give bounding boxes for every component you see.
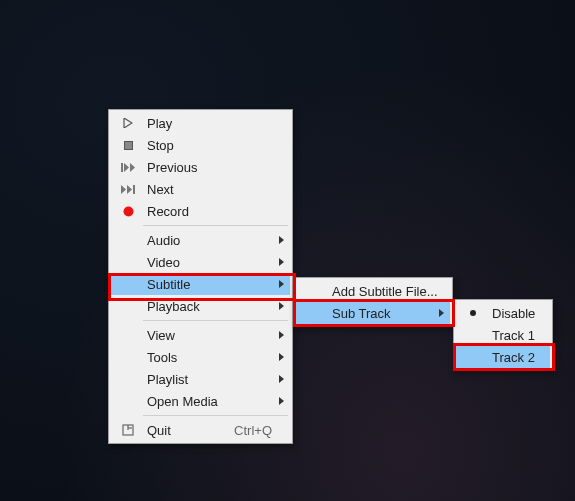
menu-item-label: Audio: [141, 233, 272, 248]
menu-item-subtitle[interactable]: Subtitle: [111, 273, 290, 295]
menu-item-next[interactable]: Next: [111, 178, 290, 200]
svg-rect-2: [121, 163, 123, 172]
menu-item-label: Disable: [486, 306, 535, 321]
menu-item-label: Tools: [141, 350, 272, 365]
menu-item-view[interactable]: View: [111, 324, 290, 346]
shortcut-label: Ctrl+Q: [210, 423, 272, 438]
svg-rect-1: [124, 141, 132, 149]
record-icon: [115, 206, 141, 217]
menu-item-open-media[interactable]: Open Media: [111, 390, 290, 412]
menu-item-play[interactable]: Play: [111, 112, 290, 134]
menu-item-label: Play: [141, 116, 272, 131]
menu-item-track2[interactable]: Track 2: [456, 346, 550, 368]
context-menu-subtitle: Add Subtitle File... Sub Track: [293, 277, 453, 327]
submenu-arrow-icon: [279, 331, 284, 339]
submenu-arrow-icon: [279, 397, 284, 405]
submenu-arrow-icon: [279, 302, 284, 310]
svg-marker-5: [121, 185, 126, 194]
separator: [143, 320, 288, 321]
menu-item-label: Open Media: [141, 394, 272, 409]
menu-item-label: Video: [141, 255, 272, 270]
stop-icon: [115, 141, 141, 150]
menu-item-label: Record: [141, 204, 272, 219]
submenu-arrow-icon: [279, 280, 284, 288]
submenu-arrow-icon: [279, 236, 284, 244]
menu-item-playback[interactable]: Playback: [111, 295, 290, 317]
separator: [143, 225, 288, 226]
menu-item-label: Track 1: [486, 328, 535, 343]
menu-item-video[interactable]: Video: [111, 251, 290, 273]
quit-icon: [115, 424, 141, 436]
menu-item-label: Playlist: [141, 372, 272, 387]
menu-item-audio[interactable]: Audio: [111, 229, 290, 251]
menu-item-label: Previous: [141, 160, 272, 175]
menu-item-label: Subtitle: [141, 277, 272, 292]
radio-checked-icon: [460, 310, 486, 316]
submenu-arrow-icon: [279, 353, 284, 361]
svg-marker-3: [124, 163, 129, 172]
menu-item-label: Playback: [141, 299, 272, 314]
svg-marker-4: [130, 163, 135, 172]
play-icon: [115, 118, 141, 128]
submenu-arrow-icon: [279, 375, 284, 383]
submenu-arrow-icon: [279, 258, 284, 266]
menu-item-stop[interactable]: Stop: [111, 134, 290, 156]
menu-item-tools[interactable]: Tools: [111, 346, 290, 368]
menu-item-label: View: [141, 328, 272, 343]
next-icon: [115, 185, 141, 194]
menu-item-sub-track[interactable]: Sub Track: [296, 302, 450, 324]
menu-item-playlist[interactable]: Playlist: [111, 368, 290, 390]
menu-item-label: Track 2: [486, 350, 535, 365]
context-menu-main: Play Stop Previous Next: [108, 109, 293, 444]
separator: [143, 415, 288, 416]
menu-item-label: Quit: [141, 423, 210, 438]
submenu-arrow-icon: [439, 309, 444, 317]
svg-point-8: [123, 206, 133, 216]
menu-item-quit[interactable]: Quit Ctrl+Q: [111, 419, 290, 441]
menu-item-track1[interactable]: Track 1: [456, 324, 550, 346]
menu-item-add-subtitle-file[interactable]: Add Subtitle File...: [296, 280, 450, 302]
menu-item-previous[interactable]: Previous: [111, 156, 290, 178]
menu-item-label: Sub Track: [326, 306, 432, 321]
menu-item-label: Next: [141, 182, 272, 197]
context-menu-subtrack: Disable Track 1 Track 2: [453, 299, 553, 371]
svg-rect-7: [133, 185, 135, 194]
menu-item-record[interactable]: Record: [111, 200, 290, 222]
menu-item-label: Stop: [141, 138, 272, 153]
previous-icon: [115, 163, 141, 172]
svg-marker-6: [127, 185, 132, 194]
svg-marker-0: [124, 118, 132, 128]
menu-item-disable[interactable]: Disable: [456, 302, 550, 324]
menu-item-label: Add Subtitle File...: [326, 284, 438, 299]
